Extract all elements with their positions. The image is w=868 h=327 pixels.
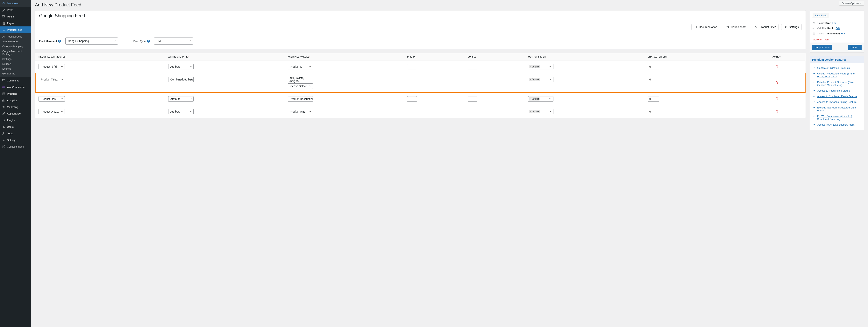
required-attribute-select[interactable]: Product Id [id] [38,64,65,69]
sidebar-item-media[interactable]: Media [0,13,31,20]
delete-row-button[interactable] [775,65,779,68]
documentation-button[interactable]: Documentation [691,24,720,30]
check-icon [813,106,816,109]
required-attribute-select[interactable]: Product Description [description] [38,96,65,102]
delete-row-button[interactable] [775,97,779,100]
submenu-item-add-new-feed[interactable]: Add New Feed [0,39,31,44]
suffix-input[interactable] [468,64,477,69]
attribute-type-select[interactable]: Attribute [168,96,193,102]
delete-row-button[interactable] [775,81,778,85]
required-attribute-select[interactable]: Product Title [title] [39,77,65,82]
character-limit-input[interactable] [648,64,659,69]
remove-tag-icon[interactable]: × [530,78,531,81]
assigned-value-select[interactable]: Product Id [288,64,313,69]
sidebar-item-analytics[interactable]: Analytics [0,97,31,104]
save-draft-button[interactable]: Save Draft [812,13,829,18]
chevron-down-icon [61,65,63,68]
edit-visibility-link[interactable]: Edit [836,27,840,30]
premium-feature-link[interactable]: Exclude Tax From Structured Data Prices [817,106,861,112]
attribute-type-select[interactable]: Combined Attributes [168,77,193,82]
sidebar-item-pages[interactable]: Pages [0,20,31,27]
chevron-down-icon: ▾ [860,2,862,5]
character-limit-input[interactable] [648,109,659,114]
character-limit-input[interactable] [648,77,659,82]
feed-type-select[interactable]: XML [154,37,193,44]
chevron-down-icon [549,110,551,113]
remove-tag-icon[interactable]: × [530,110,531,113]
submenu-item-google-merchant-settings[interactable]: Google Merchant Settings [0,49,31,57]
output-filter-multiselect[interactable]: ×Default [528,109,553,114]
premium-feature-link[interactable]: Fix WooCommerce's (Json-Ld) Structured D… [817,115,861,121]
submenu-item-all-product-feeds[interactable]: All Product Feeds [0,34,31,39]
remove-tag-icon[interactable]: × [530,98,531,100]
chart-icon [2,99,5,102]
help-icon[interactable]: ? [147,40,150,42]
sidebar-item-product-feed[interactable]: Product Feed [0,27,31,33]
sidebar-item-products[interactable]: Products [0,90,31,97]
move-to-trash-link[interactable]: Move to Trash [812,38,829,41]
delete-row-button[interactable] [775,110,779,113]
sidebar-item-woocommerce[interactable]: WooCommerce [0,84,31,90]
sidebar-item-settings[interactable]: Settings [0,137,31,143]
premium-feature-link[interactable]: Access To An Elite Support Team. [817,123,855,126]
sidebar-item-plugins[interactable]: Plugins [0,117,31,124]
character-limit-input[interactable] [648,96,659,102]
assigned-value-select[interactable]: Product Description [288,96,313,102]
svg-rect-4 [2,86,5,88]
purge-cache-button[interactable]: Purge Cache [812,45,832,51]
premium-feature-link[interactable]: Generate Unlimited Products [817,66,850,69]
submenu-item-category-mapping[interactable]: Category Mapping [0,44,31,49]
sidebar-item-dashboard[interactable]: Dashboard [0,0,31,7]
troubleshoot-button[interactable]: Troubleshoot [723,24,749,30]
attribute-type-select[interactable]: Attribute [168,109,193,114]
suffix-input[interactable] [468,77,477,82]
sidebar-item-users[interactable]: Users [0,124,31,130]
feed-merchant-label: Feed Merchant ? [39,40,61,42]
prefix-input[interactable] [407,109,417,114]
prefix-input[interactable] [407,96,417,102]
remove-tag-icon[interactable]: × [530,66,531,68]
suffix-input[interactable] [468,109,477,114]
submenu-item-settings[interactable]: Settings [0,57,31,61]
edit-status-link[interactable]: Edit [832,22,836,25]
help-icon[interactable]: ? [58,40,61,42]
assigned-value-select[interactable]: Please Select [288,84,313,89]
sidebar-item-tools[interactable]: Tools [0,130,31,137]
assigned-value-input[interactable]: {title} {width} {height} [288,77,313,82]
settings-button[interactable]: Settings [781,24,802,30]
premium-feature-link[interactable]: Access to Feed Rule Feature [817,89,850,92]
premium-feature-link[interactable]: Unique Product Identifiers (Brand, GTIN,… [817,72,861,78]
premium-feature-link[interactable]: Access to Dynamic Pricing Feature [817,100,857,103]
assigned-value-select[interactable]: Product URL [288,109,313,114]
submenu-item-support[interactable]: Support [0,61,31,66]
output-filter-multiselect[interactable]: ×Default [528,64,553,69]
sidebar-item-posts[interactable]: Posts [0,7,31,13]
doc-icon [694,26,698,29]
media-icon [2,15,5,18]
premium-feature-item: Access to Dynamic Pricing Feature [812,99,862,105]
edit-publish-link[interactable]: Edit [841,32,845,35]
premium-feature-link[interactable]: Access to Combined Fields Feature [817,95,857,98]
submenu-item-get-started[interactable]: Get Started [0,71,31,76]
sidebar-item-appearance[interactable]: Appearance [0,110,31,117]
prefix-input[interactable] [407,77,417,82]
submenu-item-license[interactable]: License [0,66,31,71]
product-filter-button[interactable]: Product Filter [752,24,778,30]
output-filter-multiselect[interactable]: ×Default [528,77,553,82]
screen-options-toggle[interactable]: Screen Options ▾ [839,1,864,6]
premium-feature-link[interactable]: Detailed Product Attributes (Size, Gende… [817,81,861,87]
collapse-icon [2,145,5,148]
publish-button[interactable]: Publish [848,45,862,51]
output-filter-multiselect[interactable]: ×Default [528,96,553,102]
sidebar-item-marketing[interactable]: Marketing [0,104,31,110]
prefix-input[interactable] [407,64,417,69]
chevron-down-icon [61,78,63,81]
feed-type-label: Feed Type ? [133,40,150,42]
required-attribute-select[interactable]: Product URL [link] [38,109,65,114]
suffix-input[interactable] [468,96,477,102]
chevron-down-icon [549,78,551,81]
attribute-type-select[interactable]: Attribute [168,64,193,69]
sidebar-item-comments[interactable]: Comments [0,77,31,84]
feed-merchant-select[interactable]: Google Shopping [65,37,118,44]
collapse-menu[interactable]: Collapse menu [0,143,31,150]
